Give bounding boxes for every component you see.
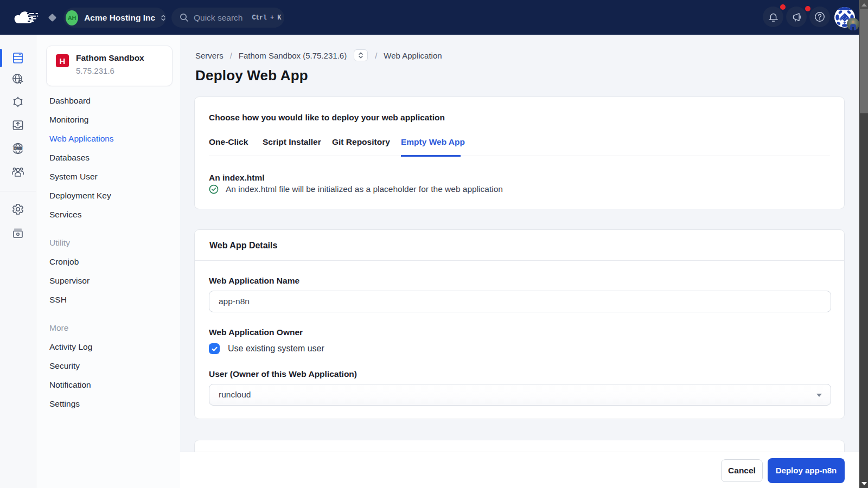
svg-text:DNS: DNS xyxy=(14,146,22,151)
